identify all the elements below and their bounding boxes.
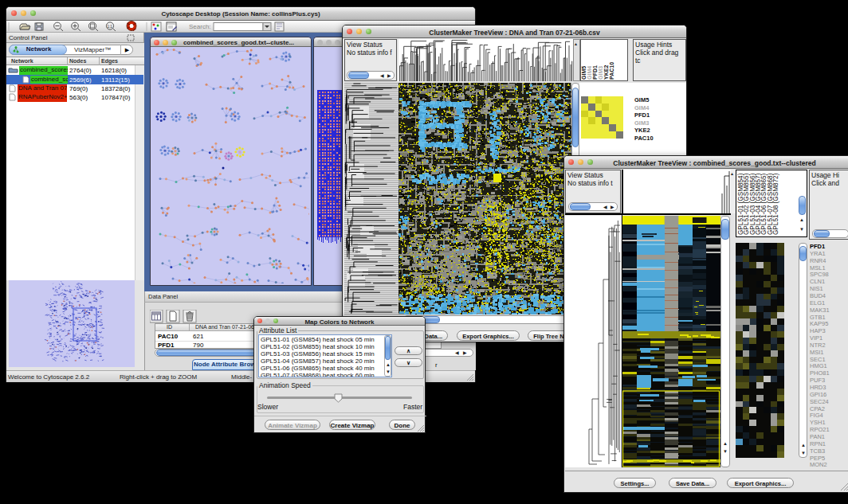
- svg-text:PFD1: PFD1: [592, 65, 598, 80]
- svg-text:YKE2: YKE2: [603, 65, 609, 80]
- svg-text:1:1: 1:1: [108, 25, 113, 29]
- svg-text:PAC10: PAC10: [609, 62, 614, 80]
- svg-text:GIM5: GIM5: [581, 66, 587, 80]
- svg-text:GIM4: GIM4: [587, 66, 592, 80]
- svg-text:GIM3: GIM3: [598, 66, 603, 80]
- svg-text:Search:: Search:: [189, 23, 211, 30]
